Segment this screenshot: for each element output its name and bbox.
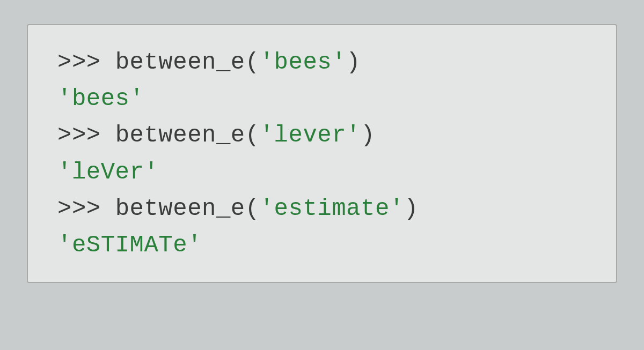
close-paren: ) [361, 122, 375, 148]
repl-prompt: >>> [57, 122, 115, 148]
string-arg: 'lever' [260, 122, 361, 148]
output-value: 'bees' [57, 85, 144, 112]
string-arg: 'bees' [260, 49, 346, 76]
close-paren: ) [346, 49, 361, 76]
repl-output-line: 'leVer' [57, 154, 587, 190]
func-name: between_e [115, 122, 245, 148]
output-value: 'leVer' [57, 159, 158, 185]
repl-output-line: 'bees' [57, 80, 587, 117]
string-arg: 'estimate' [260, 195, 404, 222]
output-value: 'eSTIMATe' [57, 232, 202, 258]
open-paren: ( [245, 195, 260, 222]
repl-prompt: >>> [57, 49, 115, 76]
repl-output-line: 'eSTIMATe' [57, 227, 587, 263]
repl-prompt: >>> [57, 195, 115, 222]
func-name: between_e [115, 49, 245, 76]
repl-input-line: >>> between_e('bees') [57, 44, 587, 80]
repl-input-line: >>> between_e('estimate') [57, 190, 587, 227]
func-name: between_e [115, 195, 245, 222]
repl-input-line: >>> between_e('lever') [57, 117, 587, 153]
repl-block: >>> between_e('bees') 'bees' >>> between… [27, 24, 617, 283]
open-paren: ( [245, 49, 260, 76]
close-paren: ) [404, 195, 419, 222]
open-paren: ( [245, 122, 260, 148]
